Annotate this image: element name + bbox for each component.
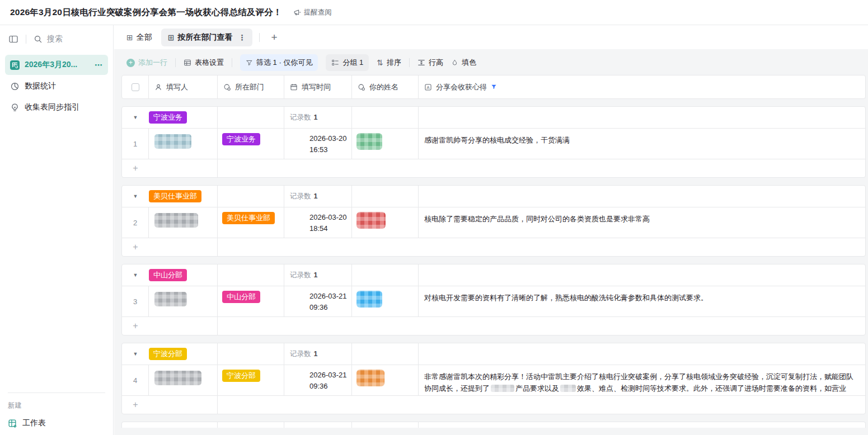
group-header-row: ▼ 记录数 1 <box>122 422 865 428</box>
department-badge: 宁波分部 <box>222 370 260 382</box>
add-row-toolbar-button[interactable]: + 添加一行 <box>126 58 167 68</box>
row-number[interactable]: 4 <box>122 365 149 396</box>
filler-cell[interactable] <box>149 365 218 396</box>
add-view-button[interactable]: + <box>266 31 281 44</box>
lightbulb-icon <box>10 103 20 112</box>
your-name-cell[interactable] <box>352 207 419 238</box>
column-header-filler[interactable]: 填写人 <box>149 75 218 98</box>
sort-button[interactable]: ⇅ 排序 <box>377 58 401 68</box>
synced-table-icon <box>10 60 20 70</box>
remind-review-button[interactable]: 提醒查阅 <box>293 8 332 17</box>
note-cell[interactable]: 对核电开发需要的资料有了清晰的了解，熟悉核电的酸洗钝化膏参数和具体的测试要求。 <box>419 286 865 317</box>
group-cell-empty <box>419 343 865 365</box>
group-cell-empty <box>352 264 419 286</box>
column-header-notes[interactable]: A 分享会收获心得 <box>419 75 865 98</box>
worksheet-icon <box>8 419 17 428</box>
sidebar-item-statistics[interactable]: 数据统计 <box>5 76 108 96</box>
your-name-cell[interactable] <box>352 129 419 159</box>
filter-button[interactable]: 筛选 1 · 仅你可见 <box>240 54 318 71</box>
your-name-cell[interactable] <box>352 286 419 317</box>
sidebar-item-form-table[interactable]: 2026年3月20... ⋯ <box>5 55 108 75</box>
group-record-count: 记录数 1 <box>284 107 352 128</box>
column-header-your-name[interactable]: 你的姓名 <box>352 75 419 98</box>
collapse-triangle-icon[interactable]: ▼ <box>122 351 149 357</box>
table-row[interactable]: 4 宁波分部 2026-03-21 09:36 非常感谢雷凯本次的精彩分享！活动… <box>122 365 865 395</box>
select-all-checkbox[interactable] <box>132 83 139 91</box>
column-header-label: 填写人 <box>166 82 188 92</box>
table-header-row: 填写人 所在部门 填写时间 <box>121 75 866 99</box>
search-icon <box>34 35 43 44</box>
column-header-department[interactable]: 所在部门 <box>218 75 284 98</box>
tab-all[interactable]: ⊞ 全部 <box>120 29 159 46</box>
collapse-triangle-icon[interactable]: ▼ <box>122 115 149 120</box>
row-number[interactable]: 1 <box>122 129 149 159</box>
calendar-icon <box>290 83 298 91</box>
select-option-icon <box>358 83 365 91</box>
note-cell[interactable]: 非常感谢雷凯本次的精彩分享！活动中雷凯主要介绍了核电行业突破案例，分享了核电领域… <box>419 365 865 396</box>
fill-time-cell[interactable]: 2026-03-21 09:36 <box>284 365 352 396</box>
group-label: 分组 1 <box>342 58 363 68</box>
tab-by-department[interactable]: ⊞ 按所在部门查看 ⋮ <box>161 29 253 46</box>
add-row-button[interactable]: + <box>122 159 865 177</box>
department-cell[interactable]: 中山分部 <box>218 286 284 317</box>
group-record-count-value: 1 <box>314 271 318 279</box>
fill-color-label: 填色 <box>462 58 476 68</box>
fill-time-cell[interactable]: 2026-03-20 18:54 <box>284 207 352 238</box>
department-cell[interactable]: 美贝仕事业部 <box>218 207 284 238</box>
fill-time-cell[interactable]: 2026-03-20 16:53 <box>284 129 352 159</box>
redacted-name <box>154 292 187 306</box>
group-cell-empty <box>419 264 865 286</box>
table-row[interactable]: 1 宁波业务 2026-03-20 16:53 感谢雷凯帅哥分享的核电成交经验，… <box>122 128 865 159</box>
group-record-count: 记录数 1 <box>284 343 352 365</box>
row-height-button[interactable]: 行高 <box>417 58 443 68</box>
add-row-button[interactable]: + <box>122 238 865 256</box>
sort-label: 排序 <box>387 58 401 68</box>
fill-color-button[interactable]: 填色 <box>451 58 476 68</box>
toolbar: + 添加一行 表格设置 筛选 1 · 仅你可见 <box>121 54 868 71</box>
search-input[interactable]: 搜索 <box>34 34 63 44</box>
page-title: 2026年3月20日核电行业突破案例分享会第一场收获心得总结及评分！ <box>10 7 282 18</box>
more-icon[interactable]: ⋯ <box>95 60 103 69</box>
select-all-cell[interactable] <box>122 75 149 98</box>
note-cell[interactable]: 感谢雷凯帅哥分享的核电成交经验，干货满满 <box>419 129 865 159</box>
tab-label: 按所在部门查看 <box>177 32 232 42</box>
filler-cell[interactable] <box>149 286 218 317</box>
add-row-button[interactable]: + <box>122 316 865 335</box>
group-record-count-value: 1 <box>314 350 318 358</box>
sidebar-item-sync-guide[interactable]: 收集表同步指引 <box>5 97 108 117</box>
svg-text:A: A <box>427 84 430 89</box>
collapse-triangle-icon[interactable]: ▼ <box>122 272 149 278</box>
group-header-row: ▼ 中山分部 记录数 1 <box>122 264 865 286</box>
department-cell[interactable]: 宁波业务 <box>218 129 284 159</box>
filler-cell[interactable] <box>149 207 218 238</box>
column-header-fill-time[interactable]: 填写时间 <box>284 75 352 98</box>
group-cell-empty <box>218 186 284 207</box>
group-block: ▼ 宁波分部 记录数 1 4 宁波分部 2026-03-21 09:36 <box>121 343 866 414</box>
table-row[interactable]: 2 美贝仕事业部 2026-03-20 18:54 核电除了需要稳定的产品品质，… <box>122 207 865 238</box>
group-record-count-label: 记录数 <box>290 113 311 122</box>
group-icon <box>331 59 339 67</box>
group-button[interactable]: 分组 1 <box>326 54 369 71</box>
divider <box>26 35 26 44</box>
row-number[interactable]: 3 <box>122 286 149 317</box>
note-cell[interactable]: 核电除了需要稳定的产品品质，同时对公司的各类资质也是要求非常高 <box>419 207 865 238</box>
row-number[interactable]: 2 <box>122 207 149 238</box>
new-worksheet-button[interactable]: 工作表 <box>8 418 105 429</box>
group-badge: 宁波业务 <box>149 111 187 124</box>
add-row-button[interactable]: + <box>122 395 865 414</box>
department-cell[interactable]: 宁波分部 <box>218 365 284 396</box>
fill-time-cell[interactable]: 2026-03-21 09:36 <box>284 286 352 317</box>
collapse-triangle-icon[interactable]: ▼ <box>122 193 149 199</box>
sidebar-item-label: 2026年3月20... <box>25 60 77 70</box>
table-settings-button[interactable]: 表格设置 <box>184 58 224 68</box>
tab-menu-icon[interactable]: ⋮ <box>238 33 246 42</box>
sidebar-toggle-icon[interactable] <box>8 34 18 44</box>
plus-icon: + <box>122 400 149 410</box>
plus-icon: + <box>122 242 149 252</box>
table-view: + 添加一行 表格设置 筛选 1 · 仅你可见 <box>114 49 868 435</box>
table-row[interactable]: 3 中山分部 2026-03-21 09:36 对核电开发需要的资料有了清晰的了… <box>122 286 865 316</box>
filler-cell[interactable] <box>149 129 218 159</box>
titlebar: 2026年3月20日核电行业突破案例分享会第一场收获心得总结及评分！ 提醒查阅 <box>0 0 868 25</box>
redacted-text <box>560 385 576 392</box>
your-name-cell[interactable] <box>352 365 419 396</box>
